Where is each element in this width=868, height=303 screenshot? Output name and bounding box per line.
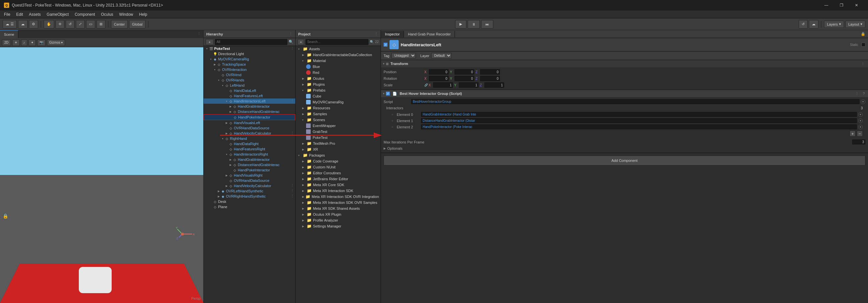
hierarchy-item-ovr-hmd[interactable]: ▶ ◇ OVRHmd: [204, 72, 295, 77]
play-button[interactable]: ▶: [455, 20, 466, 29]
cloud-button[interactable]: ☁: [18, 20, 28, 29]
project-item-packages[interactable]: ▾ 📁 Packages: [296, 152, 381, 158]
scale-z-input[interactable]: [485, 82, 504, 88]
project-add-button[interactable]: +: [298, 39, 304, 45]
hover-group-help-icon[interactable]: ?: [862, 92, 866, 96]
hierarchy-item-hand-poke-right[interactable]: ▶ ◇ HandPokeInteractor: [204, 167, 295, 173]
tab-inspector[interactable]: Inspector: [381, 31, 404, 37]
scale-x-input[interactable]: [433, 82, 453, 88]
project-item-assets[interactable]: ▾ 📁 Assets: [296, 46, 381, 52]
hierarchy-item-plane[interactable]: ▶ ◇ Plane: [204, 204, 295, 209]
tree-arrow-hands[interactable]: ▾: [217, 78, 221, 82]
tree-arrow-right-hand[interactable]: ▾: [221, 137, 225, 140]
hierarchy-item-hand-data-left[interactable]: ▶ ◇ HandDataLeft: [204, 88, 295, 93]
scene-panel-menu[interactable]: ⋮: [195, 30, 203, 38]
hierarchy-item-ovr-left-synth[interactable]: ▶ ◆ OVRLeftHandSynthetic ⋮: [204, 189, 295, 194]
tag-select[interactable]: Untagged: [392, 53, 416, 59]
hierarchy-item-hand-velocity-calc-r[interactable]: ▶ ◇ HandVelocityCalculator ⋮: [204, 183, 295, 189]
project-item-custom-nunit[interactable]: ▶ 📁 Custom NUnit: [296, 164, 381, 170]
project-item-my-ovr[interactable]: MyOVRCameraRig: [296, 99, 381, 105]
project-item-xr[interactable]: ▶ 📁 XR: [296, 146, 381, 152]
tree-arrow-tracking[interactable]: ▶: [213, 62, 217, 66]
hierarchy-item-hand-velocity-calc[interactable]: ▶ ◇ HandVelocityCalculator ⋮: [204, 131, 295, 136]
project-item-profile-analyzer[interactable]: ▶ 📁 Profile Analyzer: [296, 217, 381, 223]
hierarchy-item-hand-interactors-right[interactable]: ▾ ◇ HandInteractorsRight: [204, 152, 295, 157]
hierarchy-item-my-ovr-camera-rig[interactable]: ▾ ◆ MyOVRCameraRig: [204, 57, 295, 62]
menu-gameobject[interactable]: GameObject: [44, 11, 71, 18]
collab-button[interactable]: ↺: [799, 20, 808, 29]
gizmos-button[interactable]: Gizmos ▾: [47, 39, 65, 46]
tree-arrow-hand-interactors-right[interactable]: ▾: [225, 152, 228, 156]
hierarchy-item-directional-light[interactable]: ▶ 💡 Directional Light: [204, 51, 295, 57]
rect-tool[interactable]: ▭: [86, 20, 95, 29]
hover-group-settings-icon[interactable]: ⋮: [854, 92, 860, 96]
tree-arrow-velocity-calc[interactable]: ▶: [225, 131, 228, 135]
hierarchy-menu-icon[interactable]: ⋮: [289, 32, 292, 36]
project-item-meta-xr-interaction[interactable]: ▶ 📁 Meta XR Interaction SDK: [296, 188, 381, 194]
tree-arrow-dist-grab[interactable]: ▶: [228, 110, 232, 113]
right-synth-more[interactable]: ⋮: [291, 194, 295, 199]
project-item-settings-manager[interactable]: ▶ 📁 Settings Manager: [296, 223, 381, 229]
tree-arrow-right-synth[interactable]: ▶: [217, 194, 221, 198]
2d-button[interactable]: 2D: [2, 39, 11, 46]
hierarchy-item-hand-features-right[interactable]: ▶ ◇ HandFeaturesRight: [204, 146, 295, 152]
move-tool[interactable]: ✛: [56, 20, 64, 29]
position-x-input[interactable]: [429, 69, 448, 74]
settings-button[interactable]: ⚙: [29, 20, 38, 29]
hierarchy-item-hand-features-left[interactable]: ▶ ◇ HandFeaturesLeft: [204, 93, 295, 99]
hierarchy-item-hand-interactors-left[interactable]: ▾ ◇ HandInteractorsLeft ⋮: [204, 99, 295, 104]
velocity-r-more[interactable]: ⋮: [291, 183, 295, 188]
hover-group-header[interactable]: ▾ ✓ 📄 Best Hover Interactor Group (Scrip…: [381, 90, 868, 97]
project-item-oculus[interactable]: ▶ 📁 Oculus: [296, 75, 381, 81]
menu-help[interactable]: Help: [136, 11, 150, 18]
tree-arrow-velocity-calc-r[interactable]: ▶: [225, 184, 228, 188]
project-item-textmesh[interactable]: ▶ 📁 TextMesh Pro: [296, 140, 381, 146]
hierarchy-item-dist-grab-right[interactable]: ▶ ◇ DistanceHandGrabInterac: [204, 162, 295, 167]
hover-group-enabled-checkbox[interactable]: ✓: [386, 92, 390, 96]
rotation-x-input[interactable]: [429, 76, 448, 81]
element-1-circle-icon[interactable]: ●: [858, 119, 863, 123]
tree-arrow-grab[interactable]: ▶: [228, 104, 232, 108]
tree-arrow-left-hand[interactable]: ▾: [221, 83, 225, 87]
obj-active-checkbox[interactable]: ✓: [383, 43, 388, 46]
close-button[interactable]: ✕: [849, 0, 864, 10]
velocity-more[interactable]: ⋮: [291, 131, 295, 136]
project-item-editor-coroutines[interactable]: ▶ 📁 Editor Coroutines: [296, 170, 381, 176]
transform-settings-icon[interactable]: ⋮: [860, 62, 866, 66]
tree-arrow-grab-r[interactable]: ▶: [228, 158, 232, 162]
tab-scene[interactable]: Scene: [0, 30, 19, 38]
script-circle-icon[interactable]: ●: [861, 99, 865, 104]
hierarchy-item-hand-poke-interactor[interactable]: ▶ ◇ HandPokeInteractor: [204, 114, 295, 120]
layer-select[interactable]: Default: [431, 53, 452, 59]
hierarchy-item-ovr-hand-data-source[interactable]: ▶ ◇ OVRHandDataSource: [204, 125, 295, 131]
hierarchy-item-ovr-right-synth[interactable]: ▶ ◆ OVRRightHandSynthetic ⋮: [204, 194, 295, 199]
pause-button[interactable]: ⏸: [468, 20, 480, 29]
project-item-jetbrains[interactable]: ▶ 📁 JetBrains Rider Editor: [296, 176, 381, 182]
inspector-lock[interactable]: 🔒: [858, 31, 868, 37]
menu-component[interactable]: Component: [72, 11, 97, 18]
hierarchy-item-hand-grab-right[interactable]: ▶ ◇ HandGrabInteractor: [204, 157, 295, 162]
project-item-blue[interactable]: Blue: [296, 64, 381, 70]
project-item-meta-xr-ovr[interactable]: ▶ 📁 Meta XR Interaction SDK OVR Integrat…: [296, 194, 381, 200]
transform-header[interactable]: ▾ ⊞ Transform ⋮: [381, 60, 868, 67]
hierarchy-item-poke-test[interactable]: ▾ 🎬 PokeTest ⋮: [204, 46, 295, 51]
project-panel-menu[interactable]: ⋮: [374, 32, 378, 36]
project-item-hand-grab[interactable]: ▶ 📁 HandGrabInteractableDataCollection: [296, 52, 381, 58]
tree-arrow-ovr-interaction[interactable]: ▾: [213, 68, 217, 72]
menu-assets[interactable]: Assets: [26, 11, 43, 18]
audio-button[interactable]: ♪: [21, 39, 27, 46]
scale-tool[interactable]: ⤢: [76, 20, 85, 29]
project-item-event-wrapper[interactable]: EventWrapper: [296, 123, 381, 129]
rotation-y-input[interactable]: [455, 76, 474, 81]
position-z-input[interactable]: [480, 69, 500, 74]
project-item-scenes[interactable]: ▾ 📁 Scenes: [296, 117, 381, 123]
project-item-material[interactable]: ▾ 📁 Material: [296, 58, 381, 64]
hierarchy-item-ovr-hand-data-source-r[interactable]: ▶ ◇ OVRHandDataSource: [204, 178, 295, 183]
global-toggle[interactable]: Global: [129, 20, 146, 29]
hierarchy-item-ovr-interaction[interactable]: ▾ ◇ OVRInteraction: [204, 67, 295, 72]
tree-arrow-camera-rig[interactable]: ▾: [209, 57, 213, 61]
project-item-cube[interactable]: Cube: [296, 93, 381, 99]
hierarchy-item-distance-hand-grab[interactable]: ▶ ◇ DistanceHandGrabInterac: [204, 109, 295, 114]
project-item-oculus-xr[interactable]: ▶ 📁 Oculus XR Plugin: [296, 211, 381, 217]
project-item-poke-test[interactable]: PokeTest: [296, 135, 381, 140]
